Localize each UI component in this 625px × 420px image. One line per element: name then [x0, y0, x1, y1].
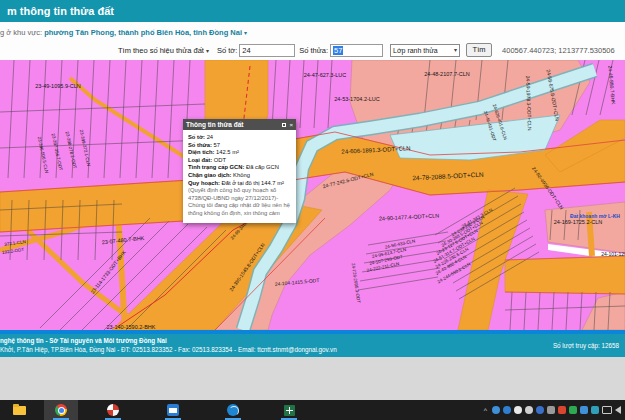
map-labels: 23-49-1095.9-CLN24-47-627.3-LUC24-48-210…	[0, 60, 625, 330]
parcel-info-popup: Thông tin thửa đất × Số tờ: 24Số thửa: 5…	[183, 119, 296, 223]
location-bar: g ở khu vực: phường Tân Phong, thành phố…	[0, 28, 625, 40]
location-prefix: g ở khu vực:	[0, 28, 42, 37]
chrome-icon[interactable]	[44, 400, 78, 420]
parcel-label: 23-399-372.1-CLN	[79, 129, 92, 167]
file-explorer-icon[interactable]	[2, 400, 36, 420]
parcel-label: 24-59-1978.3-ODT+CLN	[525, 75, 533, 130]
popup-field: Tình trạng cấp GCN: Đã cấp GCN	[188, 164, 292, 172]
parcel-label: 24-104-1415.5-ODT	[274, 277, 319, 287]
search-bar: Tìm theo số hiệu thửa đất ▾ Số tờ: 24 Số…	[118, 42, 615, 58]
parcel-label: 23-114-1733-ODT+BHK	[89, 249, 127, 295]
app-header: m thông tin thửa đất	[0, 0, 625, 22]
tray-app-icon-6[interactable]	[558, 406, 566, 414]
photos-icon[interactable]	[96, 400, 130, 420]
tray-app-icon-1[interactable]	[492, 406, 500, 414]
excel-icon[interactable]	[272, 400, 306, 420]
so-to-input[interactable]: 24	[239, 44, 295, 57]
parcel-label: 24-48-2107.7-CLN	[424, 71, 470, 77]
parcel-label: 24-90-1477.4-ODT+CLN	[379, 212, 440, 221]
location-select[interactable]: phường Tân Phong, thành phố Biên Hòa, tỉ…	[44, 28, 242, 37]
tray-app-icon-4[interactable]	[536, 406, 544, 414]
maximize-icon[interactable]	[282, 123, 286, 127]
map-canvas[interactable]: 23-49-1095.9-CLN24-47-627.3-LUC24-48-210…	[0, 60, 625, 330]
screen: m thông tin thửa đất g ở khu vực: phường…	[0, 0, 625, 420]
cursor-coordinates: 400567.440723; 1213777.530506	[502, 46, 615, 55]
parcel-label: 24-92-4936-ODT+CLN	[531, 166, 565, 211]
popup-body: Số tờ: 24Số thửa: 57Diện tích: 142.5 m²L…	[183, 130, 296, 223]
tray-app-icon-7[interactable]	[569, 406, 577, 414]
parcel-label: 192.2-ODT	[2, 247, 25, 255]
footer: nghệ thông tin - Sở Tài nguyên và Môi tr…	[0, 334, 625, 357]
chevron-down-icon: ▾	[244, 30, 247, 36]
parcel-label: 24-78-2088.5-ODT+CLN	[412, 171, 484, 182]
parcel-label: 23-07-480.7-BHK	[101, 235, 144, 245]
parcel-label: 24-46-880.7-BHK	[607, 65, 616, 104]
parcel-label: 24-101-120	[601, 251, 625, 257]
so-thua-input[interactable]: 57	[330, 44, 383, 57]
popup-titlebar[interactable]: Thông tin thửa đất ×	[183, 119, 296, 130]
so-thua-label: Số thửa:	[299, 46, 328, 55]
tray-app-icon-9[interactable]	[591, 406, 599, 414]
parcel-label: 23-397-356.7-ODT	[51, 133, 64, 171]
edge-icon[interactable]	[216, 400, 250, 420]
parcel-label: 24-390-1045.8-ODT+CLN	[228, 242, 266, 293]
tray-app-icon-2[interactable]	[503, 406, 511, 414]
system-tray: ^	[484, 400, 621, 420]
selected-text: 57	[333, 46, 343, 55]
popup-title: Thông tin thửa đất	[186, 119, 243, 130]
parcel-label: 24-726-2695.3-ODT	[351, 263, 362, 304]
parcel-label: 23-398-278.2-ODT	[65, 131, 78, 169]
close-icon[interactable]: ×	[289, 122, 293, 128]
page-title: m thông tin thửa đất	[7, 5, 114, 17]
so-to-label: Số tờ:	[217, 46, 237, 55]
onedrive-icon[interactable]	[514, 406, 522, 414]
parcel-label: 24-606-1891.3-ODT+CLN	[341, 145, 410, 155]
tray-app-icon-5[interactable]	[547, 406, 555, 414]
parcel-label: 24-169-1725.2-CLN	[554, 219, 603, 225]
find-button[interactable]: Tìm	[466, 43, 492, 57]
chevron-down-icon: ▾	[454, 45, 457, 56]
parcel-label: 24-53-1704.2-LUC	[334, 96, 380, 102]
popup-field: Loại đất: ODT	[188, 157, 292, 165]
parcel-label: Đất khoanh mở L-KH	[570, 213, 620, 219]
parcel-label: 24-47-627.3-LUC	[304, 72, 347, 78]
volume-icon[interactable]	[615, 406, 621, 414]
parcel-label: 23-396-506.5-CLN	[37, 136, 50, 174]
network-icon[interactable]	[602, 406, 612, 414]
visit-counter: Số lượt truy cập: 12658	[553, 342, 619, 349]
popup-field: Số tờ: 24	[188, 134, 292, 142]
tray-app-icon-3[interactable]	[525, 406, 533, 414]
parcel-label: 23-49-1095.9-CLN	[35, 83, 81, 89]
mail-icon[interactable]	[156, 400, 190, 420]
show-hidden-icons-chevron[interactable]: ^	[484, 407, 487, 414]
top-toolbar: g ở khu vực: phường Tân Phong, thành phố…	[0, 22, 625, 60]
footer-contact: Khởi, P.Tân Hiệp, TP.Biên Hòa, Đồng Nai …	[0, 346, 337, 353]
popup-field: Diện tích: 142.5 m²	[188, 149, 292, 157]
taskbar: ^	[0, 400, 625, 420]
parcel-label: 372.1-CLN	[4, 239, 26, 247]
popup-field: Chặn giao dịch: Không	[188, 172, 292, 180]
chevron-down-icon: ▾	[206, 47, 209, 54]
popup-field: Số thửa: 57	[188, 142, 292, 150]
parcel-label: 24-58-675.8-ODT+CLN	[546, 69, 561, 121]
search-mode-select[interactable]: Tìm theo số hiệu thửa đất ▾	[118, 46, 209, 55]
tray-app-icon-8[interactable]	[580, 406, 588, 414]
footer-org: nghệ thông tin - Sở Tài nguyên và Môi tr…	[0, 337, 167, 344]
parcel-label: 24-77-242.6-ODT+CLN	[322, 171, 374, 189]
layer-select[interactable]: Lớp ranh thửa ▾	[390, 44, 460, 57]
popup-field: Quy hoạch: Đất ở tại đô thị 144.7 m² (Qu…	[188, 180, 292, 218]
